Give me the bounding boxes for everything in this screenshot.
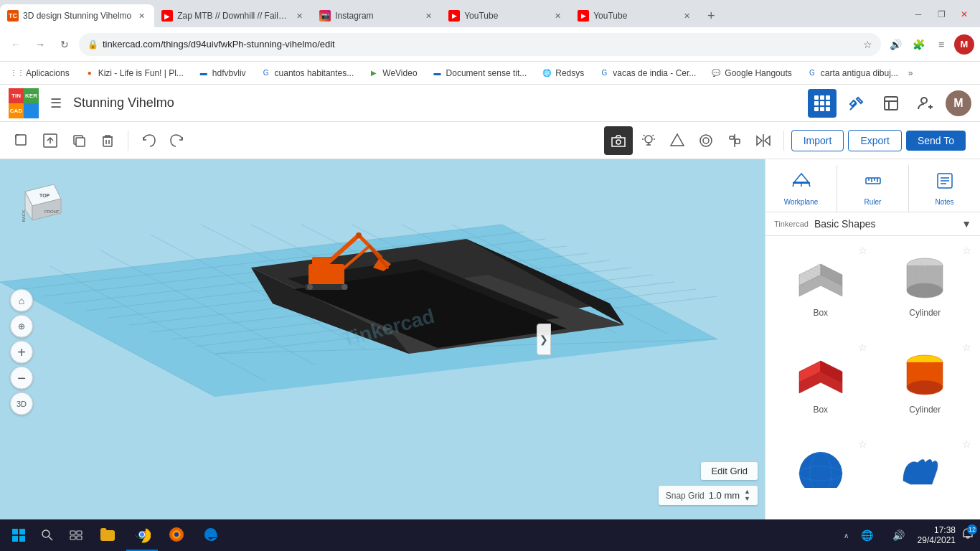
tc-build-view-button[interactable] <box>842 89 871 118</box>
taskbar-edge[interactable] <box>195 519 227 551</box>
tab-close-4[interactable]: ✕ <box>552 10 563 22</box>
tab-youtube-1[interactable]: ▶ YouTube ✕ <box>441 4 570 27</box>
shape-star-orange-cylinder[interactable]: ☆ <box>962 342 971 353</box>
tc-package-button[interactable] <box>877 89 905 118</box>
shape-star-blue-sphere[interactable]: ☆ <box>858 438 867 450</box>
back-button[interactable]: ← <box>6 34 26 55</box>
export-button[interactable]: Export <box>848 130 901 151</box>
tc-upload-button[interactable] <box>37 128 63 154</box>
tc-align-button[interactable] <box>722 128 748 154</box>
taskbar-notification-icon[interactable]: 12 <box>961 527 974 543</box>
bookmarks-more-icon[interactable]: » <box>908 68 913 78</box>
tab-close-5[interactable]: ✕ <box>681 10 692 22</box>
shape-item-orange-cylinder[interactable]: ☆ Cylinder <box>876 339 975 430</box>
zoom-out-button[interactable]: − <box>10 367 33 390</box>
taskbar-right: ∧ 🌐 🔊 17:38 29/4/2021 12 <box>844 522 974 548</box>
category-dropdown-icon[interactable]: ▼ <box>961 218 971 230</box>
extensions-button[interactable]: 🧩 <box>908 34 928 55</box>
tab-close-1[interactable]: ✕ <box>136 10 147 22</box>
taskbar-fileexplorer[interactable] <box>92 519 123 551</box>
maximize-button[interactable]: ❐ <box>931 4 951 24</box>
tc-undo-button[interactable] <box>136 128 161 154</box>
shape-item-blue-sphere[interactable]: ☆ <box>771 435 870 514</box>
svg-rect-129 <box>19 529 25 534</box>
toolbar-separator-2 <box>783 131 784 151</box>
panel-tab-notes[interactable]: Notes <box>909 165 980 212</box>
zoom-3d-button[interactable]: 3D <box>10 392 33 415</box>
sendto-button[interactable]: Send To <box>906 131 966 151</box>
tab-close-3[interactable]: ✕ <box>423 10 434 22</box>
bookmark-wevideo[interactable]: ▶ WeVideo <box>362 65 423 81</box>
bookmark-kizi[interactable]: ● Kizi - Life is Fun! | Pl... <box>78 65 189 81</box>
taskbar-system-tray-expand[interactable]: ∧ <box>844 532 849 540</box>
tc-main-area: Tinkercad TOP BACK FRONT <box>0 159 980 519</box>
zoom-in-button[interactable]: + <box>10 341 33 364</box>
shape-star-red-box[interactable]: ☆ <box>858 342 867 353</box>
shape-item-gray-box[interactable]: ☆ <box>771 242 870 333</box>
bookmark-hdfv[interactable]: ▬ hdfvbvliv <box>192 65 252 81</box>
tc-mirror-button[interactable] <box>750 128 776 154</box>
tc-lightbulb-button[interactable] <box>636 128 661 154</box>
start-button[interactable] <box>6 522 32 548</box>
close-button[interactable]: ✕ <box>954 4 974 24</box>
collapse-panel-button[interactable]: ❯ <box>537 324 551 355</box>
taskbar-volume-icon[interactable]: 🔊 <box>886 522 912 548</box>
tc-delete-button[interactable] <box>95 128 121 154</box>
bookmark-apps[interactable]: ⋮⋮ Aplicacions <box>6 65 75 81</box>
tab-close-2[interactable]: ✕ <box>293 10 305 22</box>
tab-youtube-2[interactable]: ▶ YouTube ✕ <box>570 4 699 27</box>
shape-star-gray-box[interactable]: ☆ <box>858 245 867 256</box>
bookmark-vacas[interactable]: G vacas de india - Cer... <box>593 65 702 81</box>
bookmark-hangouts[interactable]: 💬 Google Hangouts <box>705 65 797 81</box>
minimize-button[interactable]: ─ <box>908 4 928 24</box>
taskbar-chrome[interactable] <box>126 519 158 551</box>
snap-grid-spinner[interactable]: ▲ ▼ <box>744 489 750 502</box>
address-input[interactable]: 🔒 tinkercad.com/things/d94uivfwkPh-stunn… <box>79 33 881 56</box>
forward-button[interactable]: → <box>30 34 50 55</box>
taskbar: ∧ 🌐 🔊 17:38 29/4/2021 12 <box>0 519 980 551</box>
taskview-button[interactable] <box>63 522 89 548</box>
zoom-fit-button[interactable]: ⊕ <box>10 315 33 338</box>
import-button[interactable]: Import <box>791 130 844 151</box>
view-cube[interactable]: TOP BACK FRONT <box>14 174 72 231</box>
tab-instagram[interactable]: 📷 Instagram ✕ <box>312 4 441 27</box>
shape-star-gray-cylinder[interactable]: ☆ <box>962 245 971 256</box>
panel-tab-ruler[interactable]: Ruler <box>837 165 909 212</box>
panel-tab-workplane[interactable]: Workplane <box>765 165 837 212</box>
tc-redo-button[interactable] <box>164 128 190 154</box>
profile-avatar[interactable]: M <box>954 34 974 55</box>
reload-button[interactable]: ↻ <box>55 34 75 55</box>
bookmark-document[interactable]: ▬ Document sense tit... <box>426 65 533 81</box>
tc-menu-icon[interactable]: ☰ <box>47 93 65 114</box>
new-tab-button[interactable]: + <box>699 4 722 27</box>
tc-viewport[interactable]: Tinkercad TOP BACK FRONT <box>0 159 765 519</box>
bookmark-cuantos[interactable]: G cuantos habitantes... <box>255 65 360 81</box>
tc-copy-button[interactable] <box>66 128 92 154</box>
taskbar-firefox[interactable] <box>161 519 192 551</box>
svg-rect-12 <box>76 138 85 146</box>
taskbar-time[interactable]: 17:38 29/4/2021 <box>918 525 956 545</box>
edit-grid-button[interactable]: Edit Grid <box>701 462 758 480</box>
tc-group-button[interactable] <box>693 128 719 154</box>
shape-item-gray-cylinder[interactable]: ☆ <box>876 242 975 333</box>
taskbar-search-button[interactable] <box>34 522 60 548</box>
bookmark-redsys[interactable]: 🌐 Redsys <box>535 65 590 81</box>
tc-add-user-button[interactable] <box>911 89 940 118</box>
cast-button[interactable]: 🔊 <box>885 34 905 55</box>
tc-new-button[interactable] <box>9 128 34 154</box>
tc-camera-button[interactable] <box>604 126 633 155</box>
tc-grid-view-button[interactable] <box>808 89 837 118</box>
profile-menu-button[interactable]: ≡ <box>931 34 951 55</box>
tab-3d-design[interactable]: TC 3D design Stunning Vihelmo ✕ <box>0 4 154 27</box>
tc-shape-button[interactable] <box>664 128 690 154</box>
tab-zap-mtb[interactable]: ▶ Zap MTB // Downhill // Fail /... ✕ <box>154 4 312 27</box>
shape-item-hands[interactable]: ☆ <box>876 435 975 514</box>
zoom-home-button[interactable]: ⌂ <box>10 289 33 312</box>
tc-profile-avatar[interactable]: M <box>946 90 971 116</box>
shape-star-hands[interactable]: ☆ <box>962 438 971 450</box>
tinkercad-logo[interactable]: TIN KER CAD <box>9 88 39 118</box>
bookmark-star-icon[interactable]: ☆ <box>863 39 872 50</box>
bookmark-carta[interactable]: G carta antigua dibuj... <box>801 65 904 81</box>
taskbar-network-icon[interactable]: 🌐 <box>854 522 880 548</box>
shape-item-red-box[interactable]: ☆ Box <box>771 339 870 430</box>
